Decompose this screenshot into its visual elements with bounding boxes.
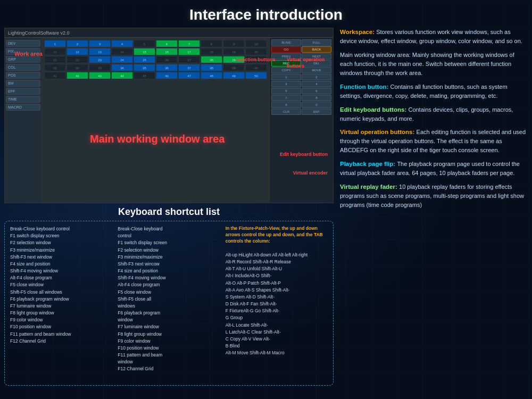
ss-cell[interactable]: 35: [134, 64, 155, 71]
ss-cell[interactable]: 25: [134, 56, 155, 63]
ss-cell[interactable]: 36: [156, 64, 178, 71]
shortcut-item: F5 close window: [10, 281, 112, 288]
ss-btn[interactable]: 1: [271, 74, 301, 80]
ss-cell[interactable]: 23: [89, 56, 111, 63]
ss-btn[interactable]: NEXT: [302, 53, 331, 60]
shortcut-item: F8 light group window: [10, 310, 112, 317]
ss-cell[interactable]: 34: [111, 64, 133, 71]
ss-sidebar-btn[interactable]: BM: [6, 80, 40, 87]
shortcut-section: Keyboard shortcut list Break-Close keybo…: [4, 206, 334, 386]
workspace-section: Workspace: Stores various function work …: [340, 28, 528, 46]
ss-cell[interactable]: 41: [44, 72, 66, 79]
ss-btn[interactable]: FULL: [302, 39, 331, 46]
ss-cell[interactable]: 17: [178, 48, 200, 55]
ss-sidebar-btn[interactable]: FIX: [6, 48, 40, 55]
ss-cell[interactable]: 44: [111, 72, 133, 79]
ss-cell[interactable]: 18: [201, 48, 222, 55]
ss-sidebar-btn[interactable]: COL: [6, 64, 40, 71]
shortcut-item: Alt-F4 close program: [10, 275, 112, 281]
ss-cell[interactable]: 38: [201, 64, 222, 71]
ss-cell[interactable]: 47: [178, 72, 200, 79]
ss-cell[interactable]: 29: [223, 56, 245, 63]
ss-cell[interactable]: 2: [66, 40, 88, 47]
ss-cell[interactable]: 27: [178, 56, 200, 63]
ss-cell[interactable]: 16: [156, 48, 178, 55]
ss-cell[interactable]: 9: [223, 40, 245, 47]
ss-cell[interactable]: 32: [66, 64, 88, 71]
ss-btn[interactable]: 6: [302, 88, 331, 94]
shortcut-item: F12 Channel Grid: [10, 338, 112, 345]
ss-btn[interactable]: ENT: [302, 109, 331, 115]
shortcut-item: F11 pattern and beam: [118, 352, 220, 359]
ss-cell[interactable]: 50: [245, 72, 267, 79]
ss-cell[interactable]: 24: [111, 56, 133, 63]
ss-cell[interactable]: 37: [178, 64, 200, 71]
shortcut-item: D Disk Alt-F Fan Shift-Alt-: [226, 301, 328, 307]
shortcut-item: F1 switch display screen: [10, 232, 112, 239]
ss-btn-orange[interactable]: BACK: [302, 46, 331, 53]
shortcut-item: F FixtureAlt-G Go Shift-Alt-: [226, 307, 328, 314]
shortcut-item: F9 color window: [10, 317, 112, 323]
shortcut-item: F3 minimize/maximize: [118, 254, 220, 261]
shortcut-item: F10 position window: [118, 345, 220, 352]
ss-cell[interactable]: 26: [156, 56, 178, 63]
ss-cell[interactable]: 1: [44, 40, 66, 47]
ss-cell[interactable]: 5: [134, 40, 155, 47]
ss-cell[interactable]: 15: [134, 48, 155, 55]
ss-btn[interactable]: 0: [302, 102, 331, 108]
ss-btn[interactable]: CLR: [271, 109, 301, 115]
shortcut-item: L LatchAlt-C Clear Shift-Alt-: [226, 329, 328, 336]
ss-cell[interactable]: 10: [245, 40, 267, 47]
ss-btn[interactable]: COPY: [271, 67, 301, 73]
ss-cell[interactable]: 39: [223, 64, 245, 71]
ss-cell[interactable]: 40: [245, 64, 267, 71]
ss-cell[interactable]: 11: [44, 48, 66, 55]
ss-btn[interactable]: BLIND: [271, 39, 301, 46]
ss-cell[interactable]: 30: [245, 56, 267, 63]
ss-sidebar-btn[interactable]: GRP: [6, 56, 40, 63]
main-working-text: Main working window area: Mainly showing…: [340, 52, 514, 76]
shortcut-item: F8 light group window: [118, 331, 220, 338]
ss-btn[interactable]: 7: [271, 95, 301, 101]
shortcut-item: F9 color window: [118, 338, 220, 345]
ss-cell[interactable]: 46: [156, 72, 178, 79]
ss-cell[interactable]: 13: [89, 48, 111, 55]
ss-cell[interactable]: 14: [111, 48, 133, 55]
ss-btn[interactable]: DEL: [302, 60, 331, 66]
shortcut-item: F7 luminaire window: [10, 303, 112, 310]
ss-cell[interactable]: 42: [66, 72, 88, 79]
ss-cell[interactable]: 21: [44, 56, 66, 63]
ss-cell[interactable]: 48: [201, 72, 222, 79]
shortcut-item: Break-Close keyboard: [118, 226, 220, 232]
ss-btn[interactable]: 8: [302, 95, 331, 101]
ss-cell[interactable]: 43: [89, 72, 111, 79]
ss-sidebar-btn[interactable]: DEV: [6, 40, 40, 47]
ss-cell[interactable]: 8: [201, 40, 222, 47]
ss-cell[interactable]: 45: [134, 72, 155, 79]
ss-sidebar-btn[interactable]: POS: [6, 72, 40, 79]
ss-cell[interactable]: 19: [223, 48, 245, 55]
ss-cell[interactable]: 22: [66, 56, 88, 63]
ss-cell[interactable]: 28: [201, 56, 222, 63]
ss-sidebar-btn[interactable]: EFF: [6, 88, 40, 95]
ss-cell[interactable]: 12: [66, 48, 88, 55]
ss-cell[interactable]: 20: [245, 48, 267, 55]
ss-btn-green[interactable]: REC: [271, 60, 301, 66]
ss-cell[interactable]: 6: [156, 40, 178, 47]
ss-cell[interactable]: 33: [89, 64, 111, 71]
ss-sidebar-btn[interactable]: MACRO: [6, 104, 40, 111]
ss-btn[interactable]: 5: [271, 88, 301, 94]
ss-cell[interactable]: 31: [44, 64, 66, 71]
ss-btn[interactable]: 2: [302, 74, 331, 80]
ss-btn[interactable]: 3: [271, 81, 301, 87]
ss-btn[interactable]: 4: [302, 81, 331, 87]
ss-btn[interactable]: PREV: [271, 53, 301, 60]
ss-btn[interactable]: MOVE: [302, 67, 331, 73]
ss-btn[interactable]: 9: [271, 102, 301, 108]
ss-cell[interactable]: 7: [178, 40, 200, 47]
ss-cell[interactable]: 4: [111, 40, 133, 47]
ss-btn-red[interactable]: GO: [271, 46, 301, 53]
ss-sidebar-btn[interactable]: TIME: [6, 96, 40, 103]
ss-cell[interactable]: 3: [89, 40, 111, 47]
ss-cell[interactable]: 49: [223, 72, 245, 79]
